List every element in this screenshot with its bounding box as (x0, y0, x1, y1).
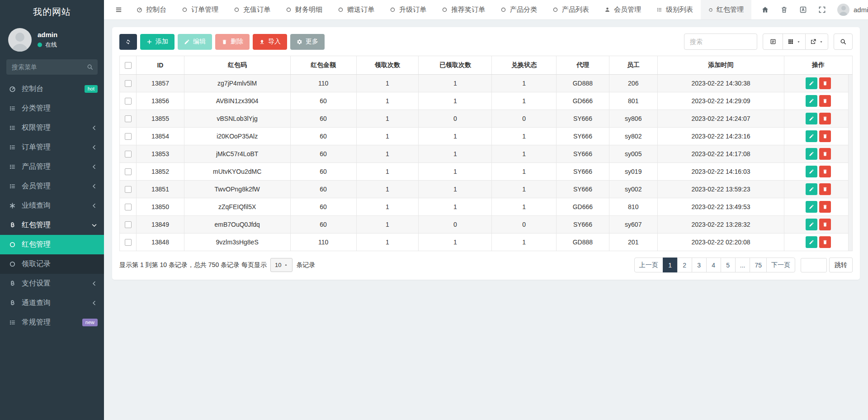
top-tab-0[interactable]: 控制台 (129, 0, 174, 19)
page-button-2[interactable]: 2 (677, 258, 692, 272)
row-checkbox[interactable] (125, 151, 132, 158)
page-button-4[interactable]: 4 (706, 258, 721, 272)
more-button[interactable]: 更多 (290, 34, 325, 50)
edit-button[interactable]: 编辑 (178, 34, 212, 50)
row-delete-button[interactable] (819, 166, 831, 177)
sidebar-item-10[interactable]: 支付设置 (0, 274, 104, 293)
topnav-actions: admin (751, 0, 868, 19)
top-tab-1[interactable]: 订单管理 (174, 0, 226, 19)
top-tab-8[interactable]: 产品列表 (545, 0, 597, 19)
row-delete-button[interactable] (819, 95, 831, 107)
sidebar-item-4[interactable]: 产品管理 (0, 157, 104, 177)
page-jump-button[interactable]: 跳转 (829, 258, 853, 272)
row-checkbox[interactable] (125, 221, 132, 228)
sidebar-item-0[interactable]: 控制台hot (0, 79, 104, 99)
page-button-3[interactable]: 3 (692, 258, 707, 272)
row-delete-button[interactable] (819, 113, 831, 124)
row-edit-button[interactable] (806, 148, 817, 160)
row-checkbox[interactable] (125, 80, 132, 87)
columns-button[interactable] (783, 33, 806, 50)
import-button[interactable]: 导入 (253, 34, 287, 50)
row-actions-cell (784, 198, 853, 216)
chevron-icon (91, 183, 98, 190)
top-tab-3[interactable]: 财务明细 (278, 0, 330, 19)
add-button[interactable]: 添加 (140, 34, 175, 50)
page-jump-input[interactable] (801, 258, 827, 272)
top-tab-2[interactable]: 充值订单 (226, 0, 278, 19)
search-button[interactable] (834, 33, 853, 50)
refresh-button[interactable] (119, 34, 137, 50)
table-scrollbar[interactable] (848, 75, 852, 251)
pencil-icon (809, 239, 814, 245)
language-button[interactable] (799, 6, 807, 14)
row-delete-button[interactable] (819, 219, 831, 230)
delete-button[interactable]: 删除 (215, 34, 250, 50)
sidebar-search-input[interactable] (6, 59, 98, 75)
row-actions-cell (784, 181, 853, 198)
page-button-75[interactable]: 75 (750, 258, 767, 272)
page-size-select[interactable]: 10 (270, 258, 292, 272)
row-edit-button[interactable] (806, 113, 817, 124)
top-tab-7[interactable]: 产品分类 (493, 0, 545, 19)
sidebar-item-1[interactable]: 分类管理 (0, 99, 104, 118)
row-edit-button[interactable] (806, 236, 817, 248)
sidebar-item-6[interactable]: 业绩查询 (0, 196, 104, 215)
top-tab-10[interactable]: 级别列表 (649, 0, 701, 19)
row-checkbox[interactable] (125, 168, 132, 175)
home-button[interactable] (761, 6, 769, 14)
sidebar-item-12[interactable]: 常规管理new (0, 313, 104, 332)
row-cell: 1 (356, 128, 419, 145)
row-delete-button[interactable] (819, 77, 831, 89)
row-checkbox[interactable] (125, 133, 132, 140)
row-cell: 1 (356, 110, 419, 128)
sidebar-item-2[interactable]: 权限管理 (0, 118, 104, 138)
sidebar-toggle-button[interactable] (108, 0, 129, 19)
row-edit-button[interactable] (806, 219, 817, 230)
list-icon (9, 319, 16, 326)
prev-page-button[interactable]: 上一页 (634, 258, 663, 272)
export-button[interactable] (805, 33, 828, 50)
row-delete-button[interactable] (819, 183, 831, 195)
row-checkbox[interactable] (125, 98, 132, 105)
top-tab-11[interactable]: 红包管理 (701, 0, 751, 19)
row-checkbox[interactable] (125, 186, 132, 193)
sidebar-item-5[interactable]: 会员管理 (0, 177, 104, 196)
top-tab-5[interactable]: 升级订单 (382, 0, 434, 19)
row-delete-button[interactable] (819, 148, 831, 160)
row-edit-button[interactable] (806, 77, 817, 89)
row-select-cell (120, 216, 137, 234)
row-edit-button[interactable] (806, 95, 817, 107)
top-tab-9[interactable]: 会员管理 (597, 0, 649, 19)
user-menu[interactable]: admin (837, 4, 868, 16)
row-delete-button[interactable] (819, 201, 831, 213)
row-checkbox[interactable] (125, 115, 132, 122)
row-edit-button[interactable] (806, 166, 817, 177)
page-button-5[interactable]: 5 (721, 258, 736, 272)
select-all-checkbox[interactable] (125, 62, 132, 69)
fullscreen-button[interactable] (818, 6, 826, 14)
row-cell: 60 (290, 198, 356, 216)
clear-cache-button[interactable] (780, 6, 788, 14)
row-edit-button[interactable] (806, 130, 817, 142)
top-tab-4[interactable]: 赠送订单 (330, 0, 382, 19)
row-delete-button[interactable] (819, 130, 831, 142)
row-checkbox[interactable] (125, 204, 132, 210)
pencil-icon (184, 39, 190, 45)
row-checkbox[interactable] (125, 239, 132, 246)
list-icon (9, 105, 16, 112)
row-delete-button[interactable] (819, 236, 831, 248)
circle-icon (708, 8, 713, 12)
page-button-...[interactable]: ... (735, 258, 750, 272)
row-edit-button[interactable] (806, 201, 817, 213)
row-edit-button[interactable] (806, 183, 817, 195)
sidebar-item-8[interactable]: 红包管理 (0, 235, 104, 254)
sidebar-item-9[interactable]: 领取记录 (0, 254, 104, 274)
detail-view-button[interactable] (763, 33, 783, 50)
table-search-input[interactable] (684, 33, 757, 50)
sidebar-item-7[interactable]: 红包管理 (0, 215, 104, 235)
sidebar-item-11[interactable]: 通道查询 (0, 293, 104, 313)
sidebar-item-3[interactable]: 订单管理 (0, 138, 104, 157)
page-button-1[interactable]: 1 (663, 258, 678, 272)
next-page-button[interactable]: 下一页 (766, 258, 795, 272)
top-tab-6[interactable]: 推荐奖订单 (434, 0, 493, 19)
